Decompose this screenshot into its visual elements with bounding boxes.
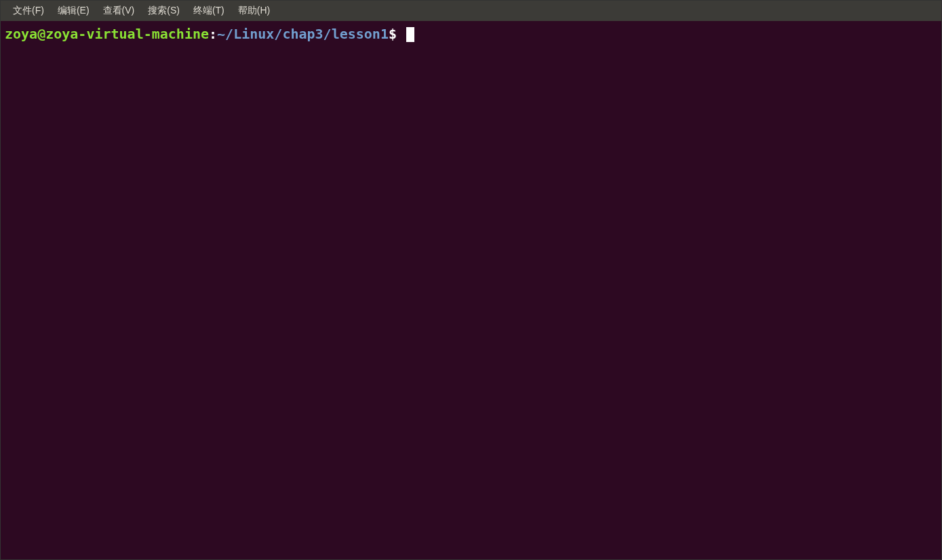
prompt-path: ~/Linux/chap3/lesson1: [217, 26, 389, 42]
terminal-body[interactable]: zoya@zoya-virtual-machine:~/Linux/chap3/…: [1, 21, 941, 559]
menu-terminal[interactable]: 终端(T): [187, 2, 231, 20]
menu-edit[interactable]: 编辑(E): [51, 2, 96, 20]
menu-search[interactable]: 搜索(S): [141, 2, 187, 20]
prompt-user-host: zoya@zoya-virtual-machine: [5, 26, 209, 42]
menu-file[interactable]: 文件(F): [6, 2, 51, 20]
prompt-separator: :: [209, 26, 217, 42]
menu-view[interactable]: 查看(V): [96, 2, 142, 20]
prompt-symbol: $: [389, 26, 397, 42]
menu-help[interactable]: 帮助(H): [231, 2, 277, 20]
cursor: [406, 27, 414, 42]
menubar: 文件(F) 编辑(E) 查看(V) 搜索(S) 终端(T) 帮助(H): [1, 1, 941, 21]
